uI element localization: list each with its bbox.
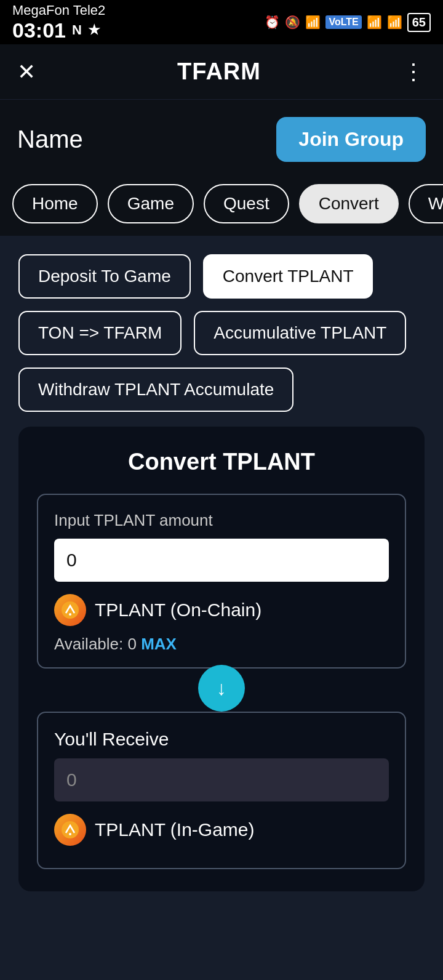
subtab-ton-tfarm[interactable]: TON => TFARM bbox=[18, 311, 182, 355]
menu-button[interactable]: ⋮ bbox=[402, 59, 426, 85]
tab-quest[interactable]: Quest bbox=[204, 184, 289, 223]
from-token-row: TPLANT (On-Chain) bbox=[54, 594, 389, 626]
tplant-amount-input[interactable] bbox=[54, 539, 389, 582]
convert-card-title: Convert TPLANT bbox=[37, 449, 406, 475]
svg-point-2 bbox=[62, 821, 79, 838]
sub-tabs-row-2: TON => TFARM Accumulative TPLANT bbox=[18, 311, 425, 355]
subtab-deposit-to-game[interactable]: Deposit To Game bbox=[18, 254, 191, 299]
tab-home[interactable]: Home bbox=[12, 184, 98, 223]
available-row: Available: 0 MAX bbox=[54, 635, 389, 654]
swap-direction-button[interactable]: ↓ bbox=[198, 665, 245, 712]
wifi-icon: 📶 bbox=[305, 15, 321, 30]
receive-amount-output bbox=[54, 758, 389, 801]
signal-icon: 📶 bbox=[367, 15, 382, 30]
sub-tabs-row-1: Deposit To Game Convert TPLANT bbox=[18, 254, 425, 299]
input-label: Input TPLANT amount bbox=[54, 511, 389, 530]
sub-tabs-row-3: Withdraw TPLANT Accumulate bbox=[18, 367, 425, 412]
close-button[interactable]: ✕ bbox=[17, 59, 36, 85]
sub-content: Deposit To Game Convert TPLANT TON => TF… bbox=[0, 236, 443, 980]
svg-point-0 bbox=[62, 601, 79, 619]
status-bar: MegaFon Tele2 03:01 N ★ ⏰ 🔕 📶 VoLTE 📶 📶 … bbox=[0, 0, 443, 44]
max-button[interactable]: MAX bbox=[141, 635, 177, 653]
carrier-label: MegaFon Tele2 bbox=[12, 2, 105, 18]
to-token-row: TPLANT (In-Game) bbox=[54, 814, 389, 846]
to-token-name: TPLANT (In-Game) bbox=[95, 819, 255, 840]
svg-point-3 bbox=[69, 833, 71, 835]
app-title: TFARM bbox=[177, 58, 261, 85]
alarm-icon: ⏰ bbox=[265, 15, 280, 30]
subtab-withdraw-tplant[interactable]: Withdraw TPLANT Accumulate bbox=[18, 367, 293, 412]
name-label: Name bbox=[17, 126, 83, 153]
status-time: 03:01 N ★ bbox=[12, 18, 105, 42]
subtab-accumulative-tplant[interactable]: Accumulative TPLANT bbox=[194, 311, 406, 355]
name-row: Name Join Group bbox=[0, 100, 443, 174]
app-bar: ✕ TFARM ⋮ bbox=[0, 44, 443, 100]
output-box: You'll Receive TPLANT (In-Game) bbox=[37, 712, 406, 869]
from-token-name: TPLANT (On-Chain) bbox=[95, 600, 261, 621]
to-token-icon bbox=[54, 814, 86, 846]
star-icon: ★ bbox=[88, 22, 100, 38]
subtab-convert-tplant[interactable]: Convert TPLANT bbox=[203, 254, 373, 299]
receive-label: You'll Receive bbox=[54, 729, 389, 750]
nav-tabs: Home Game Quest Convert Wallet bbox=[0, 174, 443, 236]
tab-game[interactable]: Game bbox=[108, 184, 194, 223]
arrow-btn-container: ↓ bbox=[37, 665, 406, 712]
status-right-icons: ⏰ 🔕 📶 VoLTE 📶 📶 65 bbox=[265, 13, 431, 32]
battery-icon: 65 bbox=[407, 13, 431, 32]
from-token-icon bbox=[54, 594, 86, 626]
nfc-icon: N bbox=[72, 22, 82, 38]
convert-tplant-card: Convert TPLANT Input TPLANT amount TPLAN… bbox=[18, 427, 425, 891]
mute-icon: 🔕 bbox=[285, 15, 300, 30]
available-text: Available: 0 bbox=[54, 635, 137, 653]
input-box: Input TPLANT amount TPLANT (On-Chain) Av… bbox=[37, 494, 406, 669]
status-carrier-time: MegaFon Tele2 03:01 N ★ bbox=[12, 2, 105, 42]
tab-convert[interactable]: Convert bbox=[299, 184, 399, 223]
volte-badge: VoLTE bbox=[325, 15, 361, 29]
signal2-icon: 📶 bbox=[387, 15, 402, 30]
join-group-button[interactable]: Join Group bbox=[276, 117, 426, 162]
tab-wallet[interactable]: Wallet bbox=[409, 184, 443, 223]
svg-point-1 bbox=[69, 613, 71, 616]
arrow-down-icon: ↓ bbox=[217, 677, 226, 700]
